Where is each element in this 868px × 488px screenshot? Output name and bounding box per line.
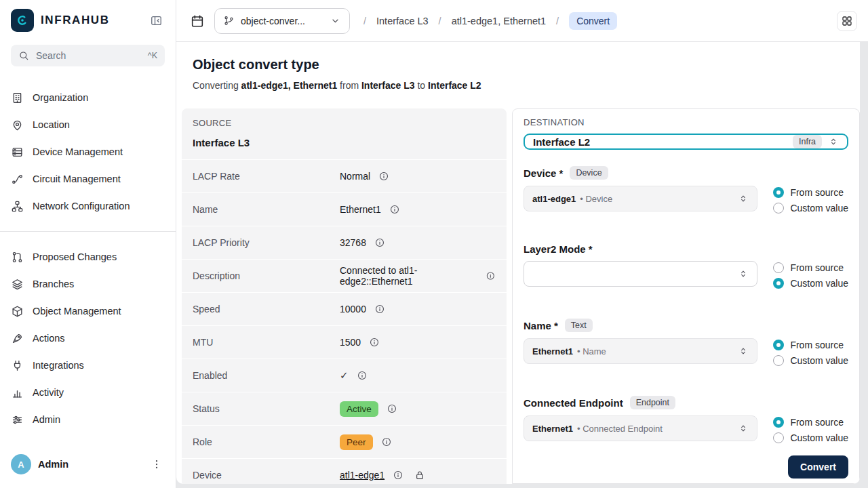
sidebar-collapse-button[interactable] — [147, 12, 165, 29]
branch-selector[interactable]: object-conver... — [214, 8, 350, 34]
select-stepper-icon — [738, 346, 749, 357]
map-pin-icon — [11, 119, 24, 131]
from-source-radio[interactable]: From source — [773, 262, 848, 273]
field-kind-badge: Device — [570, 166, 608, 180]
convert-button[interactable]: Convert — [788, 455, 848, 479]
breadcrumb-item-interface-l3[interactable]: Interface L3 — [376, 16, 429, 26]
sidebar-item-actions[interactable]: Actions — [0, 325, 176, 352]
destination-type-select[interactable]: Interface L2 Infra — [524, 134, 848, 150]
attribute-label: Speed — [193, 304, 340, 314]
name-source-radios: From source Custom value — [773, 338, 848, 366]
info-icon[interactable] — [381, 436, 392, 447]
source-row-enabled: Enabled ✓ — [182, 359, 507, 392]
from-source-radio[interactable]: From source — [773, 417, 848, 428]
search-shortcut: ^K — [148, 51, 157, 60]
breadcrumb-item-object[interactable]: atl1-edge1, Ethernet1 — [452, 16, 546, 26]
layer2-mode-select[interactable] — [524, 261, 757, 287]
logo-row: INFRAHUB — [0, 0, 176, 41]
custom-value-radio[interactable]: Custom value — [773, 355, 848, 366]
sidebar-divider — [0, 231, 176, 232]
sidebar-item-integrations[interactable]: Integrations — [0, 352, 176, 379]
sidebar-item-organization[interactable]: Organization — [0, 84, 176, 111]
select-stepper-icon — [738, 268, 749, 279]
role-badge: Peer — [340, 434, 373, 450]
source-row-speed: Speed 10000 — [182, 292, 507, 325]
search-input[interactable]: Search ^K — [11, 45, 165, 66]
sidebar-item-proposed-changes[interactable]: Proposed Changes — [0, 243, 176, 270]
sidebar-item-activity[interactable]: Activity — [0, 379, 176, 406]
sidebar-item-label: Activity — [33, 387, 64, 398]
name-select[interactable]: Ethernet1 • Name — [524, 338, 757, 364]
lock-icon — [414, 470, 425, 481]
sidebar-item-label: Branches — [33, 279, 74, 289]
source-row-lacp-priority: LACP Priority 32768 — [182, 226, 507, 259]
breadcrumb-separator: / — [363, 16, 366, 26]
sidebar-item-circuit-management[interactable]: Circuit Management — [0, 165, 176, 192]
info-icon[interactable] — [369, 337, 380, 348]
apps-menu-button[interactable] — [837, 11, 857, 31]
attribute-label: MTU — [193, 337, 340, 348]
sidebar-item-label: Admin — [33, 414, 60, 425]
from-source-radio[interactable]: From source — [773, 187, 848, 198]
attribute-label: LACP Rate — [193, 171, 340, 182]
custom-value-radio[interactable]: Custom value — [773, 278, 848, 289]
device-link[interactable]: atl1-edge1 — [340, 470, 384, 481]
field-label: Layer2 Mode * — [524, 243, 593, 255]
avatar[interactable]: A — [11, 454, 31, 474]
device-select[interactable]: atl1-edge1 • Device — [524, 186, 757, 211]
from-source-radio[interactable]: From source — [773, 340, 848, 350]
destination-type-value: Interface L2 — [533, 136, 787, 148]
info-icon[interactable] — [357, 370, 368, 381]
layers-icon — [11, 278, 24, 291]
time-travel-button[interactable] — [187, 11, 208, 31]
git-branch-icon — [223, 15, 235, 26]
custom-value-radio[interactable]: Custom value — [773, 203, 848, 214]
topbar: object-conver... / Interface L3 / atl1-e… — [176, 0, 868, 42]
connected-endpoint-select[interactable]: Ethernet1 • Connected Endpoint — [524, 415, 757, 441]
field-kind-badge: Endpoint — [630, 396, 675, 409]
sidebar-item-location[interactable]: Location — [0, 111, 176, 138]
sidebar-item-label: Object Management — [33, 306, 121, 317]
info-icon[interactable] — [389, 204, 400, 215]
info-icon[interactable] — [374, 237, 385, 248]
source-heading: SOURCE — [193, 118, 496, 128]
attribute-label: Enabled — [193, 370, 340, 381]
sidebar-item-network-configuration[interactable]: Network Configuration — [0, 192, 176, 220]
sidebar-item-branches[interactable]: Branches — [0, 270, 176, 298]
sidebar-item-admin[interactable]: Admin — [0, 406, 176, 433]
attribute-label: Device — [193, 470, 340, 481]
field-label: Name * — [524, 320, 558, 331]
infrahub-logo-icon[interactable] — [11, 9, 34, 32]
user-menu-button[interactable] — [149, 456, 165, 472]
breadcrumb-separator: / — [556, 16, 559, 26]
attribute-value: Normal — [340, 171, 370, 182]
sliders-icon — [11, 413, 24, 426]
panels: SOURCE Interface L3 LACP Rate Normal Nam… — [182, 108, 860, 484]
custom-value-radio[interactable]: Custom value — [773, 432, 848, 443]
chevron-down-icon — [330, 15, 341, 26]
device-icon — [11, 146, 24, 159]
info-icon[interactable] — [374, 304, 385, 314]
layer2-mode-source-radios: From source Custom value — [773, 261, 848, 289]
sidebar-item-device-management[interactable]: Device Management — [0, 138, 176, 165]
info-icon[interactable] — [393, 470, 403, 481]
sidebar-item-label: Organization — [33, 92, 88, 103]
attribute-value: 32768 — [340, 237, 366, 248]
sidebar-item-label: Location — [33, 119, 70, 130]
attribute-value: 1500 — [340, 337, 361, 348]
info-icon[interactable] — [486, 270, 496, 281]
attribute-value: Ethernet1 — [340, 204, 381, 215]
info-icon[interactable] — [378, 171, 389, 182]
info-icon[interactable] — [387, 403, 397, 414]
attribute-label: Role — [193, 436, 340, 447]
select-stepper-icon — [738, 423, 749, 434]
kebab-icon — [151, 458, 163, 470]
sidebar-item-object-management[interactable]: Object Management — [0, 298, 176, 325]
source-row-role: Role Peer — [182, 425, 507, 458]
status-badge: Active — [340, 401, 378, 417]
sidebar-item-label: Proposed Changes — [33, 251, 117, 262]
attribute-value: Connected to atl1-edge2::Ethernet1 — [340, 265, 477, 287]
select-stepper-icon — [738, 193, 749, 204]
breadcrumb: / Interface L3 / atl1-edge1, Ethernet1 /… — [363, 12, 617, 30]
branch-selector-value: object-conver... — [241, 16, 323, 26]
